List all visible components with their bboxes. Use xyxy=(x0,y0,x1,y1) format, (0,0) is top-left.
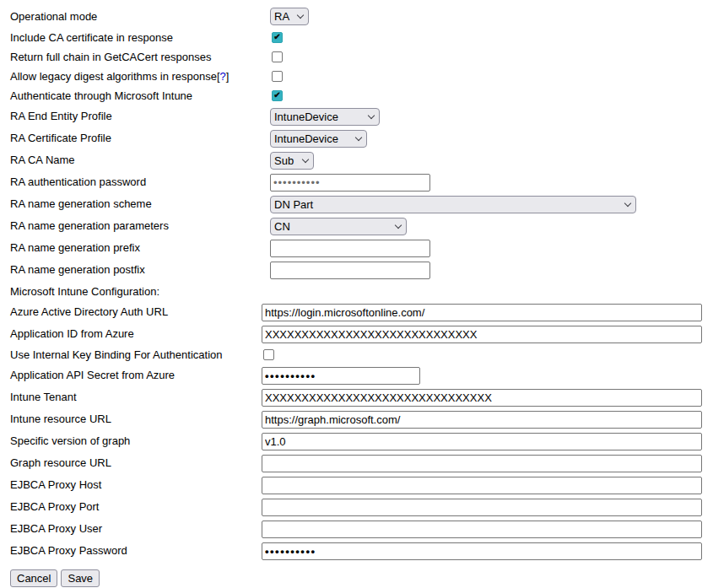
ejbca-proxy-host-input[interactable] xyxy=(262,477,702,494)
azure-ad-auth-url-label: Azure Active Directory Auth URL xyxy=(10,305,262,319)
form-row: Authenticate through Microsoft Intune ✔ xyxy=(10,86,713,105)
section-header: Microsoft Intune Configuration: xyxy=(10,281,713,301)
use-internal-key-binding-checkbox[interactable]: ✔ xyxy=(263,349,274,360)
save-button[interactable]: Save xyxy=(61,569,100,587)
form-row: RA name generation parameters CN xyxy=(10,215,713,237)
ra-certificate-profile-label: RA Certificate Profile xyxy=(10,132,270,145)
application-id-label: Application ID from Azure xyxy=(10,327,262,341)
intune-resource-url-input[interactable] xyxy=(262,411,702,429)
application-api-secret-input[interactable] xyxy=(262,367,420,385)
ra-auth-password-input[interactable] xyxy=(270,174,430,192)
ra-name-prefix-input[interactable] xyxy=(270,240,430,257)
ra-name-scheme-label: RA name generation scheme xyxy=(10,197,270,211)
help-link[interactable]: ? xyxy=(220,70,226,83)
application-api-secret-label: Application API Secret from Azure xyxy=(10,369,262,382)
form-row: RA name generation postfix xyxy=(10,259,713,281)
graph-version-label: Specific version of graph xyxy=(10,434,262,448)
ra-name-postfix-input[interactable] xyxy=(270,262,430,279)
cancel-button[interactable]: Cancel xyxy=(10,569,57,587)
selected-value: CN xyxy=(274,220,290,233)
form-row: EJBCA Proxy User xyxy=(10,518,713,540)
ra-name-parameters-label: RA name generation parameters xyxy=(10,219,270,233)
form-row: Azure Active Directory Auth URL xyxy=(10,301,713,323)
form-row: RA authentication password xyxy=(10,171,713,193)
authenticate-intune-checkbox[interactable]: ✔ xyxy=(272,90,283,101)
chevron-down-icon xyxy=(355,133,362,140)
ra-end-entity-profile-select[interactable]: IntuneDevice xyxy=(270,108,380,126)
form-row: EJBCA Proxy Port xyxy=(10,496,713,518)
selected-value: RA xyxy=(274,10,289,23)
ra-auth-password-label: RA authentication password xyxy=(10,175,270,189)
selected-value: IntuneDevice xyxy=(274,132,338,145)
intune-resource-url-label: Intune resource URL xyxy=(10,413,262,426)
form-row: Include CA certificate in response ✔ xyxy=(10,28,713,47)
form-row: EJBCA Proxy Host xyxy=(10,474,713,496)
ejbca-proxy-port-input[interactable] xyxy=(262,499,702,516)
form-row: RA Certificate Profile IntuneDevice xyxy=(10,127,713,149)
include-ca-cert-label: Include CA certificate in response xyxy=(10,31,270,45)
operational-mode-label: Operational mode xyxy=(10,10,270,24)
form-row: RA name generation scheme DN Part xyxy=(10,193,713,215)
allow-legacy-digest-label: Allow legacy digest algorithms in respon… xyxy=(10,70,270,84)
form-row: Graph resource URL xyxy=(10,452,713,474)
return-full-chain-label: Return full chain in GetCACert responses xyxy=(10,51,270,64)
operational-mode-select[interactable]: RA xyxy=(270,8,309,25)
ra-end-entity-profile-label: RA End Entity Profile xyxy=(10,110,270,123)
include-ca-cert-checkbox[interactable]: ✔ xyxy=(272,32,283,43)
selected-value: Sub xyxy=(274,154,294,167)
chevron-down-icon xyxy=(395,221,402,228)
intune-tenant-input[interactable] xyxy=(262,389,702,407)
form-row: Return full chain in GetCACert responses… xyxy=(10,47,713,67)
return-full-chain-checkbox[interactable]: ✔ xyxy=(272,51,283,62)
authenticate-intune-label: Authenticate through Microsoft Intune xyxy=(10,89,270,103)
ra-ca-name-label: RA CA Name xyxy=(10,154,270,167)
form-row: RA name generation prefix xyxy=(10,237,713,259)
form-row: Intune Tenant xyxy=(10,386,713,408)
form-row: Allow legacy digest algorithms in respon… xyxy=(10,67,713,86)
intune-tenant-label: Intune Tenant xyxy=(10,391,262,404)
ejbca-proxy-password-label: EJBCA Proxy Password xyxy=(10,544,262,558)
selected-value: DN Part xyxy=(274,198,313,211)
form-row: Intune resource URL xyxy=(10,408,713,430)
form-row: EJBCA Proxy Password xyxy=(10,540,713,562)
form-row: Use Internal Key Binding For Authenticat… xyxy=(10,345,713,364)
checkmark-icon: ✔ xyxy=(273,33,280,41)
graph-version-input[interactable] xyxy=(262,433,702,450)
chevron-down-icon xyxy=(368,111,375,118)
selected-value: IntuneDevice xyxy=(274,111,338,123)
form-row: RA End Entity Profile IntuneDevice xyxy=(10,105,713,127)
ejbca-proxy-user-input[interactable] xyxy=(262,521,702,538)
ejbca-proxy-host-label: EJBCA Proxy Host xyxy=(10,478,262,492)
form-row: Application API Secret from Azure xyxy=(10,364,713,386)
form-actions: Cancel Save xyxy=(10,569,713,587)
form-row: Specific version of graph xyxy=(10,430,713,452)
ejbca-proxy-password-input[interactable] xyxy=(262,542,702,560)
chevron-down-icon xyxy=(302,155,309,162)
graph-resource-url-label: Graph resource URL xyxy=(10,456,262,470)
chevron-down-icon xyxy=(297,12,304,19)
ra-ca-name-select[interactable]: Sub xyxy=(270,152,314,170)
section-title: Microsoft Intune Configuration: xyxy=(10,285,159,298)
form-row: Application ID from Azure xyxy=(10,323,713,345)
form-row: Operational mode RA xyxy=(10,5,713,28)
checkmark-icon: ✔ xyxy=(273,91,280,100)
azure-ad-auth-url-input[interactable] xyxy=(262,304,702,321)
chevron-down-icon xyxy=(624,199,631,206)
scep-alias-config-form: Operational mode RA Include CA certifica… xyxy=(0,0,713,588)
form-row: RA CA Name Sub xyxy=(10,149,713,171)
allow-legacy-digest-checkbox[interactable]: ✔ xyxy=(272,71,283,82)
ejbca-proxy-user-label: EJBCA Proxy User xyxy=(10,522,262,536)
ra-name-postfix-label: RA name generation postfix xyxy=(10,263,270,277)
ra-name-prefix-label: RA name generation prefix xyxy=(10,241,270,255)
ejbca-proxy-port-label: EJBCA Proxy Port xyxy=(10,500,262,514)
application-id-input[interactable] xyxy=(262,326,702,343)
graph-resource-url-input[interactable] xyxy=(262,455,702,472)
ra-name-scheme-select[interactable]: DN Part xyxy=(270,196,636,213)
ra-certificate-profile-select[interactable]: IntuneDevice xyxy=(270,130,367,148)
ra-name-parameters-select[interactable]: CN xyxy=(270,218,407,235)
use-internal-key-binding-label: Use Internal Key Binding For Authenticat… xyxy=(10,348,262,362)
